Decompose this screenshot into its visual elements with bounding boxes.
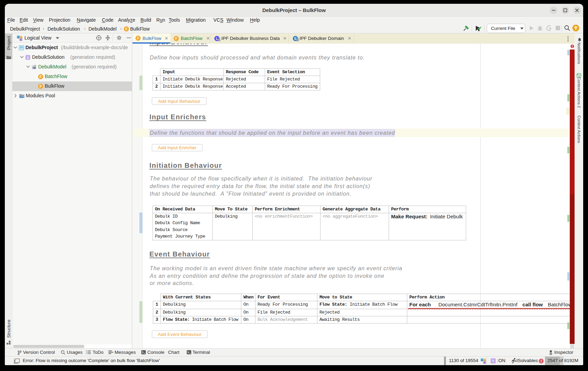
svg-text:F: F: [137, 36, 139, 40]
svg-text:L: L: [216, 37, 218, 41]
svg-text:F: F: [40, 75, 42, 79]
svg-text:E: E: [294, 37, 297, 41]
svg-text:L: L: [484, 359, 486, 361]
svg-text:S: S: [27, 56, 29, 59]
svg-text:F: F: [40, 85, 42, 88]
svg-text:S: S: [484, 361, 485, 364]
svg-text:T: T: [492, 359, 494, 363]
svg-text:F: F: [175, 37, 177, 41]
svg-text:L: L: [21, 36, 22, 39]
svg-text:D: D: [481, 359, 483, 361]
svg-text:M: M: [33, 66, 36, 69]
svg-text:S: S: [20, 39, 22, 41]
svg-text:D: D: [18, 36, 19, 39]
svg-text:F: F: [125, 27, 127, 31]
